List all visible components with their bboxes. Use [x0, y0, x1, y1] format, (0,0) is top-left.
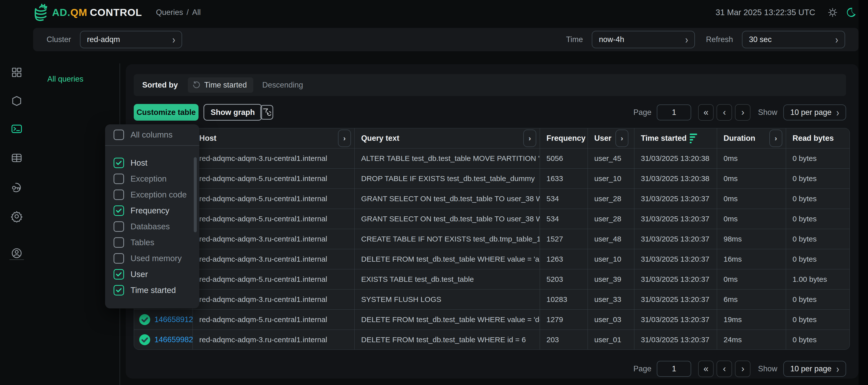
column-menu-item-user[interactable]: User	[105, 266, 199, 282]
unchecked-checkbox[interactable]	[114, 237, 124, 248]
unchecked-checkbox[interactable]	[114, 253, 124, 264]
column-menu-item-label: Exception code	[130, 190, 187, 200]
sidebar-item-all-queries[interactable]: All queries	[47, 75, 84, 83]
query-text-cell: DROP TABLE IF EXISTS test_db.test_table_…	[355, 169, 540, 188]
query-id-link[interactable]: 146659982	[154, 335, 193, 344]
prev-page-button[interactable]: ‹	[717, 104, 732, 120]
time-started-header[interactable]: Time started	[634, 128, 717, 148]
query-text-cell: GRANT SELECT ON test_db.test_table TO us…	[355, 189, 540, 209]
host-header-label: Host	[199, 134, 216, 143]
duration-cell: 6ms	[717, 289, 786, 309]
prev-page-button[interactable]: ‹	[717, 361, 732, 377]
table-row: red-adqmc-adqm-3.ru-central1.internalCRE…	[134, 229, 849, 249]
sort-direction-label[interactable]: Descending	[262, 80, 303, 90]
next-page-button[interactable]: ›	[735, 361, 750, 377]
first-page-button[interactable]: «	[698, 361, 714, 377]
column-menu-item-tables[interactable]: Tables	[105, 235, 199, 250]
profile-icon[interactable]	[11, 247, 23, 259]
page-number-input[interactable]	[657, 361, 691, 377]
sun-light-theme-icon[interactable]	[827, 7, 838, 18]
query-id-cell: 146659982	[134, 330, 193, 350]
all-columns-checkbox[interactable]	[114, 130, 124, 140]
queries-table: Host › Query text › Frequency User › Tim…	[134, 128, 850, 350]
column-menu-item-label: Databases	[130, 222, 170, 231]
breadcrumb: Queries / All	[156, 8, 201, 17]
user-cell: user_01	[588, 330, 634, 350]
next-page-button[interactable]: ›	[735, 104, 750, 120]
settings-gear-icon[interactable]	[11, 210, 23, 222]
keys-icon[interactable]	[11, 181, 23, 193]
read-bytes-cell: 0 bytes	[786, 189, 849, 209]
user-column-expand-button[interactable]: ›	[615, 130, 628, 147]
user-cell: user_03	[588, 310, 634, 329]
breadcrumb-page[interactable]: All	[192, 8, 201, 17]
queries-panel: Sorted by Time started Descending Custom…	[126, 64, 859, 379]
reset-sort-icon[interactable]	[192, 81, 200, 89]
first-page-button[interactable]: «	[698, 104, 714, 120]
column-menu-item-time-started[interactable]: Time started	[105, 282, 199, 298]
column-menu-item-used-memory[interactable]: Used memory	[105, 250, 199, 266]
rail-divider	[9, 259, 24, 260]
filter-reset-button[interactable]	[260, 105, 273, 119]
query-id-link[interactable]: 146658912	[154, 315, 193, 324]
column-menu-item-exception[interactable]: Exception	[105, 171, 199, 187]
checked-checkbox[interactable]	[114, 158, 124, 168]
per-page-select[interactable]: 10 per page ›	[783, 361, 846, 377]
time-range-select[interactable]: now-4h ›	[592, 31, 695, 48]
unchecked-checkbox[interactable]	[114, 189, 124, 200]
query-text-header-label: Query text	[361, 134, 399, 143]
time-started-cell: 31/03/2025 13:20:38	[634, 148, 717, 168]
column-menu-item-label: Used memory	[130, 254, 182, 263]
query-text-cell: DELETE FROM test_db.test_table WHERE val…	[355, 249, 540, 269]
column-menu-item-frequency[interactable]: Frequency	[105, 203, 199, 219]
breadcrumb-section[interactable]: Queries	[156, 8, 183, 17]
chevron-right-icon: ›	[836, 363, 839, 374]
per-page-value: 10 per page	[790, 108, 831, 117]
duration-column-expand-button[interactable]: ›	[769, 130, 782, 147]
current-datetime: 31 Mar 2025 13:22:35 UTC	[716, 8, 815, 17]
nav-rail	[0, 25, 33, 385]
read-bytes-cell: 0 bytes	[786, 289, 849, 309]
per-page-select[interactable]: 10 per page ›	[783, 104, 846, 120]
cluster-hexagon-icon[interactable]	[11, 95, 23, 107]
all-columns-item[interactable]: All columns	[105, 125, 199, 145]
checked-checkbox[interactable]	[114, 205, 124, 216]
customize-table-button[interactable]: Customize table	[134, 104, 198, 120]
tables-icon[interactable]	[11, 152, 23, 164]
unchecked-checkbox[interactable]	[114, 221, 124, 232]
unchecked-checkbox[interactable]	[114, 174, 124, 184]
page-label: Page	[633, 364, 651, 373]
host-cell: red-adqmc-adqm-5.ru-central1.internal	[193, 189, 355, 209]
checked-checkbox[interactable]	[114, 269, 124, 280]
cluster-select[interactable]: red-adqm ›	[80, 31, 182, 48]
menu-scrollbar-thumb[interactable]	[194, 157, 197, 232]
app-logo[interactable]: AD.QMCONTROL	[33, 2, 142, 23]
time-started-cell: 31/03/2025 13:20:37	[634, 289, 717, 309]
duration-cell: 24ms	[717, 330, 786, 350]
user-cell: user_39	[588, 269, 634, 289]
show-graph-button[interactable]: Show graph	[204, 104, 262, 120]
read-bytes-header: Read bytes	[786, 128, 849, 148]
dashboard-icon[interactable]	[11, 66, 23, 78]
queries-terminal-icon-active[interactable]	[11, 123, 23, 135]
user-cell: user_28	[588, 209, 634, 229]
frequency-cell: 1279	[540, 310, 588, 329]
column-menu-item-databases[interactable]: Databases	[105, 219, 199, 235]
refresh-interval-select[interactable]: 30 sec ›	[742, 31, 845, 48]
cluster-label: Cluster	[46, 35, 71, 44]
moon-dark-theme-icon[interactable]	[845, 7, 857, 18]
query-text-column-expand-button[interactable]: ›	[523, 130, 536, 147]
sort-field-chip[interactable]: Time started	[188, 77, 253, 93]
user-cell: user_33	[588, 289, 634, 309]
column-menu-item-host[interactable]: Host	[105, 155, 199, 171]
checked-checkbox[interactable]	[114, 285, 124, 295]
page-number-input[interactable]	[657, 104, 691, 120]
host-column-expand-button[interactable]: ›	[338, 130, 351, 147]
chevron-right-icon: ›	[173, 34, 175, 45]
column-menu-item-exception-code[interactable]: Exception code	[105, 187, 199, 203]
frequency-cell: 534	[540, 209, 588, 229]
column-menu-item-label: Host	[130, 158, 148, 168]
frequency-header: Frequency	[540, 128, 588, 148]
query-text-cell: ALTER TABLE test_db.test_table MOVE PART…	[355, 148, 540, 168]
cluster-value: red-adqm	[87, 35, 120, 44]
